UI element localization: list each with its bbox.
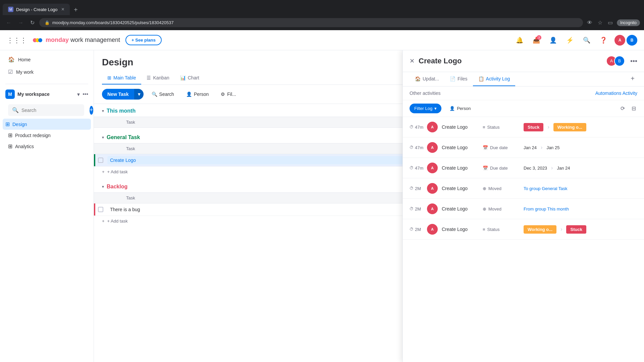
- checkbox-icon[interactable]: [98, 158, 103, 163]
- filter-log-label: Filter Log: [414, 106, 432, 111]
- inbox-badge: 3: [537, 35, 541, 40]
- bookmark-star-icon[interactable]: ☆: [596, 18, 604, 27]
- person-btn[interactable]: 👤 Person: [182, 89, 213, 99]
- panel-tab-add-btn[interactable]: +: [628, 72, 637, 86]
- panel-tab-files[interactable]: 📄 Files: [444, 72, 473, 86]
- group-color-bar-backlog: [94, 203, 95, 216]
- incognito-badge: Incognito: [617, 19, 640, 26]
- filter-person-btn[interactable]: 👤 Person: [445, 104, 475, 113]
- from-date-3: Dec 3, 2023: [524, 166, 547, 171]
- app-grid-icon[interactable]: ⋮⋮⋮: [7, 36, 27, 44]
- tab-main-table[interactable]: ⊞ Main Table: [102, 72, 141, 84]
- activity-avatar-4: A: [427, 183, 438, 194]
- filter-log-btn[interactable]: Filter Log ▾: [410, 104, 441, 113]
- brand-logo-icon: [32, 35, 43, 46]
- sidebar-search-input[interactable]: [21, 108, 80, 113]
- sidebar-item-home[interactable]: 🏠 Home: [3, 54, 91, 65]
- new-task-btn[interactable]: New Task: [102, 89, 134, 100]
- search-btn[interactable]: 🔍 Search: [148, 89, 178, 99]
- sidebar-product-label: Product redesign: [15, 133, 51, 138]
- sidebar-item-my-work[interactable]: ☑ My work: [3, 66, 91, 78]
- tab-kanban[interactable]: ☰ Kanban: [141, 72, 174, 84]
- address-bar[interactable]: 🔒 moodjoy.monday.com/boards/1830420525/p…: [39, 18, 583, 27]
- chart-icon: 📊: [180, 75, 186, 80]
- moved-label-5: From group This month: [524, 206, 569, 212]
- activity-avatar-2: A: [427, 142, 438, 153]
- new-task-arrow-btn[interactable]: ▾: [134, 89, 144, 100]
- files-icon: 📄: [450, 76, 455, 81]
- panel-tab-updates[interactable]: 🏠 Updat...: [410, 72, 444, 86]
- person-btn-label: Person: [194, 92, 209, 97]
- list-item: ⏱ 2M A Create Logo ⊕ Moved: [403, 199, 644, 219]
- workspace-header[interactable]: M My workspace ▾ •••: [0, 87, 94, 102]
- columns-icon[interactable]: ⊟: [630, 104, 637, 113]
- tab-close-btn[interactable]: ×: [61, 6, 64, 12]
- list-item: ⏱ 2M A Create Logo ⊕ Moved: [403, 178, 644, 199]
- status-field-icon-1: ≡: [483, 125, 485, 130]
- filter-btn[interactable]: ⚙ Fil...: [217, 89, 240, 99]
- brand: monday work management: [32, 35, 120, 46]
- forward-btn[interactable]: →: [16, 18, 25, 27]
- sidebar-search-box: 🔍: [8, 104, 84, 116]
- group-title-general-task: General Task: [107, 134, 140, 140]
- other-activities-btn[interactable]: Other activities: [410, 90, 441, 96]
- workspace-more-icon[interactable]: •••: [83, 91, 88, 97]
- help-icon[interactable]: ❓: [598, 35, 609, 46]
- task-checkbox-bug[interactable]: [94, 203, 107, 216]
- panel-actions: A B •••: [606, 56, 637, 66]
- activity-field-5: ⊕ Moved: [483, 206, 520, 212]
- sidebar-item-analytics[interactable]: ⊞ Analytics: [0, 141, 94, 152]
- panel-close-btn[interactable]: ✕: [410, 57, 415, 65]
- refresh-btn[interactable]: ↻: [28, 18, 37, 27]
- sidebar-item-product-redesign[interactable]: ⊞ Product redesign: [0, 130, 94, 141]
- panel-more-btn[interactable]: •••: [630, 57, 637, 65]
- refresh-log-icon[interactable]: ⟳: [619, 104, 626, 113]
- filter-log-chevron: ▾: [434, 106, 437, 111]
- new-task-group: New Task ▾: [102, 89, 144, 100]
- sidebar-analytics-label: Analytics: [15, 144, 34, 149]
- brand-name: monday work management: [46, 37, 120, 44]
- panel-tab-files-label: Files: [458, 76, 468, 81]
- sidebar-toggle-icon[interactable]: ▭: [606, 18, 614, 27]
- clock-icon-3: ⏱: [410, 166, 414, 170]
- list-item: ⏱ 47m A Create Logo 📅 Due date: [403, 158, 644, 178]
- panel-header: ✕ Create Logo A B •••: [403, 50, 644, 72]
- activity-field-6: ≡ Status: [483, 227, 520, 232]
- to-status-6: Stuck: [566, 225, 586, 234]
- tab-chart[interactable]: 📊 Chart: [175, 72, 205, 84]
- integrations-icon[interactable]: ⚡: [564, 35, 576, 46]
- panel-title: Create Logo: [419, 57, 602, 65]
- back-btn[interactable]: ←: [4, 18, 13, 27]
- sidebar-item-design[interactable]: ⊞ Design: [3, 119, 91, 130]
- list-item: ⏱ 47m A Create Logo 📅 Due date: [403, 137, 644, 158]
- people-icon[interactable]: 👤: [547, 35, 559, 46]
- sidebar-add-btn[interactable]: +: [90, 106, 93, 115]
- notifications-icon[interactable]: 🔔: [514, 35, 525, 46]
- user-avatar-1: A: [614, 35, 625, 46]
- active-tab[interactable]: M Design - Create Logo ×: [3, 4, 70, 15]
- home-icon: 🏠: [8, 56, 15, 63]
- new-tab-btn[interactable]: +: [71, 5, 80, 15]
- from-status-6: Working o...: [524, 225, 556, 234]
- search-nav-icon[interactable]: 🔍: [581, 35, 592, 46]
- group-collapse-this-month[interactable]: ▾: [102, 109, 104, 113]
- group-collapse-backlog[interactable]: ▾: [102, 184, 104, 189]
- group-title-this-month: This month: [107, 108, 136, 114]
- activity-time-4: ⏱ 2M: [410, 186, 423, 191]
- panel-tabs: 🏠 Updat... 📄 Files 📋 Activity Log +: [403, 72, 644, 86]
- panel-avatar-group: A B: [606, 56, 625, 66]
- inbox-icon[interactable]: 📥 3: [531, 35, 542, 46]
- activity-log-icon: 📋: [478, 76, 484, 81]
- arrow-icon-2: ›: [541, 144, 542, 150]
- moved-icon-5: ⊕: [483, 206, 486, 212]
- checkbox-icon-bug[interactable]: [98, 207, 103, 212]
- activity-time-6: ⏱ 2M: [410, 227, 423, 232]
- automations-activity-btn[interactable]: Automations Activity: [595, 90, 637, 96]
- add-task-icon-backlog: +: [102, 219, 105, 224]
- task-checkbox-create-logo[interactable]: [94, 154, 107, 166]
- group-collapse-general-task[interactable]: ▾: [102, 135, 104, 140]
- activity-task-4: Create Logo: [442, 186, 479, 191]
- panel-tab-activity-log[interactable]: 📋 Activity Log: [473, 72, 516, 86]
- tab-main-table-label: Main Table: [113, 75, 136, 80]
- see-plans-btn[interactable]: + See plans: [125, 35, 162, 45]
